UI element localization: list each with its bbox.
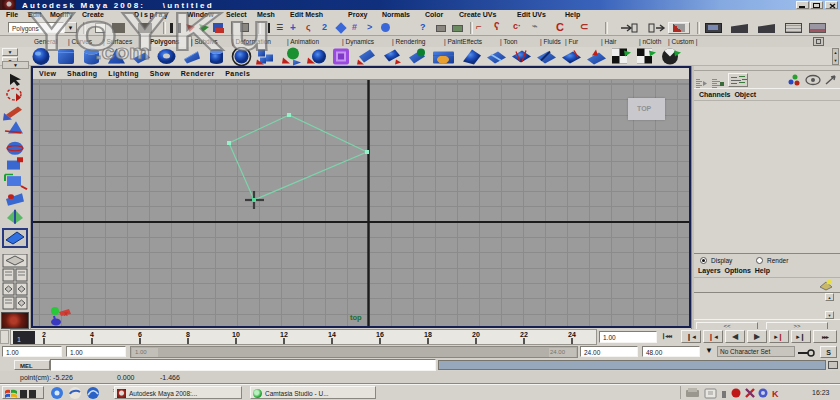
svg-text:10: 10 — [232, 331, 240, 338]
svg-text:12: 12 — [280, 331, 288, 338]
svg-text:2: 2 — [42, 331, 46, 338]
svg-text:6: 6 — [138, 331, 142, 338]
svg-text:24: 24 — [568, 331, 576, 338]
svg-text:K: K — [772, 389, 779, 399]
svg-text:4: 4 — [90, 331, 94, 338]
svg-text:20: 20 — [472, 331, 480, 338]
svg-text:18: 18 — [424, 331, 432, 338]
svg-text:14: 14 — [328, 331, 336, 338]
svg-text:22: 22 — [520, 331, 528, 338]
svg-text:16: 16 — [376, 331, 384, 338]
svg-text:top: top — [350, 313, 362, 322]
svg-text:x: x — [64, 310, 68, 317]
svg-text:8: 8 — [186, 331, 190, 338]
